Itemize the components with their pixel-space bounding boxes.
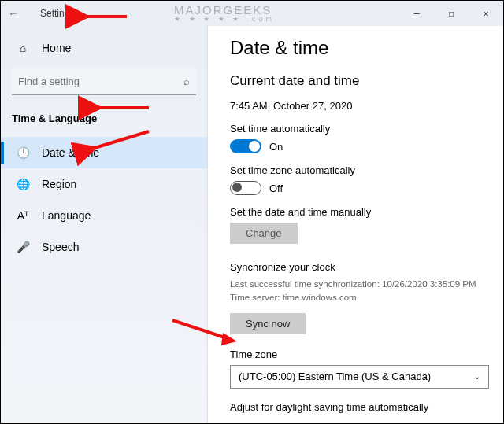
sidebar-group-header: Time & Language [1,106,207,129]
microphone-icon: 🎤 [15,241,31,253]
globe-icon: 🌐 [15,178,31,190]
clock-icon: 🕒 [15,146,31,159]
close-button[interactable]: ✕ [469,1,503,26]
section-current: Current date and time [230,73,489,89]
timezone-value: (UTC-05:00) Eastern Time (US & Canada) [239,371,431,382]
sidebar-item-language[interactable]: Aᵀ Language [1,200,207,231]
search-box[interactable]: ⌕ [12,68,196,95]
home-icon: ⌂ [15,42,31,54]
search-icon: ⌕ [183,76,190,87]
chevron-down-icon: ⌄ [474,372,480,381]
dst-heading: Adjust for daylight saving time automati… [230,401,489,413]
watermark: MAJORGEEKS ★ ★ ★ ★ ★ .com [174,4,275,23]
toggle-value: On [269,141,283,153]
language-icon: Aᵀ [15,209,31,222]
page-title: Date & time [230,37,489,59]
back-button[interactable]: ← [1,7,26,20]
sync-heading: Synchronize your clock [230,261,489,273]
toggle-value: Off [269,183,283,194]
sidebar-item-label: Date & time [42,146,99,159]
manual-set-label: Set the date and time manually [230,206,489,218]
search-input[interactable] [18,76,183,87]
current-datetime: 7:45 AM, October 27, 2020 [230,100,489,112]
sidebar-item-speech[interactable]: 🎤 Speech [1,231,207,263]
toggle-switch-off[interactable] [230,181,261,195]
sidebar-item-home[interactable]: ⌂ Home [1,32,207,64]
tz-heading: Time zone [230,348,489,360]
maximize-button[interactable]: ☐ [434,1,469,26]
sidebar-item-region[interactable]: 🌐 Region [1,168,207,200]
change-button[interactable]: Change [230,223,298,244]
auto-tz-toggle[interactable]: Off [230,181,489,195]
sidebar-item-label: Region [42,178,76,190]
main-panel: Date & time Current date and time 7:45 A… [208,26,503,423]
sidebar-item-label: Speech [42,241,79,253]
sync-server: Time server: time.windows.com [230,293,357,302]
timezone-select[interactable]: (UTC-05:00) Eastern Time (US & Canada) ⌄ [230,365,489,389]
sync-now-button[interactable]: Sync now [230,313,306,334]
sidebar-item-label: Language [42,209,91,222]
auto-time-toggle[interactable]: On [230,139,489,153]
sync-info: Last successful time synchronization: 10… [230,278,489,305]
home-label: Home [42,42,71,54]
window-title: Settings [40,8,74,19]
auto-tz-label: Set time zone automatically [230,164,489,176]
sidebar-item-date-time[interactable]: 🕒 Date & time [1,137,207,168]
toggle-switch-on[interactable] [230,139,261,153]
minimize-button[interactable]: — [399,1,434,26]
sidebar: ⌂ Home ⌕ Time & Language 🕒 Date & time 🌐… [1,26,208,423]
sync-last: Last successful time synchronization: 10… [230,279,476,289]
auto-time-label: Set time automatically [230,123,489,135]
